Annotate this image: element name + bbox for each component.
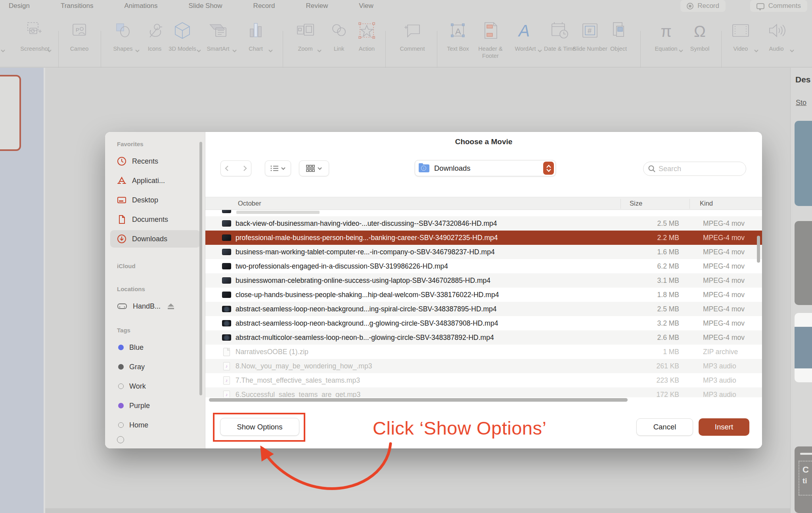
- downloads-icon: [117, 234, 126, 244]
- ribbon-item-audio[interactable]: Audio: [758, 19, 795, 52]
- ribbon-item-3d-models[interactable]: 3D Models: [164, 19, 201, 52]
- file-row[interactable]: abstract-seamless-loop-neon-background..…: [205, 316, 762, 330]
- thumbnail-text: ti: [802, 477, 812, 485]
- file-row[interactable]: abstract-seamless-loop-neon-background..…: [205, 302, 762, 316]
- menu-view[interactable]: View: [359, 2, 373, 10]
- sidebar-item-applications[interactable]: Applicati...: [110, 172, 200, 189]
- horizontal-scrollbar[interactable]: [209, 398, 628, 402]
- file-row-partial[interactable]: [205, 210, 762, 216]
- sidebar-tag-work[interactable]: Work: [110, 378, 200, 395]
- ribbon-item-text-box[interactable]: A Text Box: [440, 19, 476, 52]
- file-row[interactable]: two-professionals-engaged-in-a-discussio…: [205, 259, 762, 273]
- file-row-disabled: ♪ 8.Now,_you_may_be_wondering_how_.mp3 2…: [205, 359, 762, 373]
- menu-record[interactable]: Record: [253, 2, 275, 10]
- menu-animations[interactable]: Animations: [124, 2, 157, 10]
- location-popup-value: Downloads: [434, 164, 543, 173]
- file-row[interactable]: abstract-multicolor-seamless-loop-neon-b…: [205, 330, 762, 345]
- back-button[interactable]: [221, 161, 232, 176]
- sidebar-scrollbar[interactable]: [199, 142, 202, 395]
- popup-stepper-icon: [543, 162, 554, 175]
- ribbon-item-comment[interactable]: Comment: [394, 19, 431, 52]
- search-input[interactable]: [659, 165, 734, 173]
- hard-drive-icon: [117, 302, 127, 311]
- chevron-down-icon[interactable]: [1, 47, 5, 54]
- ribbon-item-object[interactable]: Object: [600, 19, 637, 52]
- sidebar-tag-gray[interactable]: Gray: [110, 358, 200, 376]
- svg-text:A: A: [455, 27, 461, 36]
- column-header-size[interactable]: Size: [630, 200, 642, 207]
- chart-icon: [248, 22, 264, 41]
- ribbon-item-smartart[interactable]: SmartArt: [200, 19, 236, 52]
- ribbon-toolbar: s Screenshot P Cameo Shapes Icons 3D Mod…: [0, 12, 812, 67]
- design-suggestion-thumbnail[interactable]: [795, 313, 812, 382]
- file-row[interactable]: close-up-hands-business-people-shaking..…: [205, 288, 762, 302]
- slide-thumbnail-panel: [0, 68, 44, 513]
- group-view-icon: [306, 165, 315, 172]
- design-suggestion-thumbnail[interactable]: [795, 121, 812, 206]
- text-box-icon: A: [449, 22, 467, 41]
- column-header-kind[interactable]: Kind: [700, 200, 713, 207]
- sidebar-partial-item: [117, 436, 124, 443]
- eject-icon[interactable]: [167, 303, 175, 310]
- vertical-scrollbar[interactable]: [757, 236, 760, 263]
- chevron-down-icon[interactable]: [47, 47, 52, 54]
- app-store-icon: [117, 176, 126, 185]
- video-thumbnail-icon: [222, 220, 231, 227]
- link-icon: [330, 23, 348, 40]
- group-view-button[interactable]: [299, 160, 329, 176]
- thumbnail-title-bar: [800, 453, 812, 455]
- slide-thumbnail[interactable]: [0, 75, 21, 151]
- sidebar-heading-icloud: iCloud: [117, 263, 136, 269]
- chevron-down-icon[interactable]: [232, 47, 237, 54]
- sidebar-item-documents[interactable]: Documents: [110, 211, 200, 228]
- ribbon-item-symbol[interactable]: Ω Symbol: [682, 19, 718, 52]
- location-popup[interactable]: ↓ Downloads: [415, 160, 556, 176]
- design-suggestion-thumbnail[interactable]: C ti: [795, 446, 812, 513]
- list-view-button[interactable]: [265, 160, 291, 176]
- chevron-down-icon: [281, 167, 285, 170]
- file-row-disabled: ♪ 7.The_most_effective_sales_teams.mp3 2…: [205, 373, 762, 387]
- cube-3d-icon: [173, 21, 192, 41]
- file-row[interactable]: business-man-working-tablet-computer-re.…: [205, 245, 762, 259]
- sidebar-tag-purple[interactable]: Purple: [110, 397, 200, 414]
- menu-slide-show[interactable]: Slide Show: [189, 2, 222, 10]
- file-row[interactable]: back-view-of-businessman-having-video-..…: [205, 216, 762, 231]
- search-field[interactable]: [643, 162, 746, 176]
- file-row[interactable]: businesswoman-celebrating-online-success…: [205, 273, 762, 288]
- ribbon-item-action[interactable]: Action: [349, 19, 385, 52]
- tag-dot-home: [118, 422, 124, 428]
- sidebar-item-recents[interactable]: Recents: [110, 153, 200, 170]
- thumbnail-image: [795, 327, 812, 368]
- ribbon-item-cameo[interactable]: P Cameo: [61, 19, 98, 52]
- record-button[interactable]: Record: [680, 0, 726, 12]
- nav-buttons: [220, 160, 251, 176]
- designer-pane-link[interactable]: Sto: [796, 99, 806, 107]
- sidebar-tag-home[interactable]: Home: [110, 416, 200, 434]
- sidebar-item-label: Downloads: [132, 235, 167, 243]
- designer-pane: Des Sto C ti: [790, 68, 812, 513]
- forward-button[interactable]: [239, 161, 251, 176]
- sidebar-tag-blue[interactable]: Blue: [110, 339, 200, 356]
- comments-button[interactable]: Comments: [750, 0, 807, 12]
- chevron-down-icon[interactable]: [790, 47, 794, 54]
- search-icon: [648, 165, 655, 172]
- sidebar-item-label: Home: [129, 421, 148, 429]
- menu-transitions[interactable]: Transitions: [61, 2, 94, 10]
- ribbon-item-header-footer[interactable]: Header & Footer: [472, 19, 509, 59]
- sidebar-item-downloads[interactable]: Downloads: [110, 230, 200, 248]
- status-strip: [45, 508, 790, 513]
- menu-design[interactable]: Design: [9, 2, 30, 10]
- sidebar-item-label: Gray: [129, 363, 145, 371]
- chevron-down-icon[interactable]: [268, 47, 273, 54]
- insert-button[interactable]: Insert: [699, 418, 749, 436]
- file-row-selected[interactable]: professional-male-business-person-being.…: [205, 231, 762, 245]
- sidebar-item-label: Documents: [132, 215, 168, 224]
- cancel-button[interactable]: Cancel: [636, 418, 693, 436]
- sidebar-item-desktop[interactable]: Desktop: [110, 191, 200, 209]
- ribbon-item-video[interactable]: Video: [722, 19, 759, 52]
- design-suggestion-thumbnail[interactable]: [795, 221, 812, 305]
- tag-dot-purple: [118, 403, 124, 408]
- tag-dot-gray: [118, 364, 124, 370]
- menu-review[interactable]: Review: [306, 2, 328, 10]
- sidebar-item-handb-drive[interactable]: HandB...: [110, 298, 200, 315]
